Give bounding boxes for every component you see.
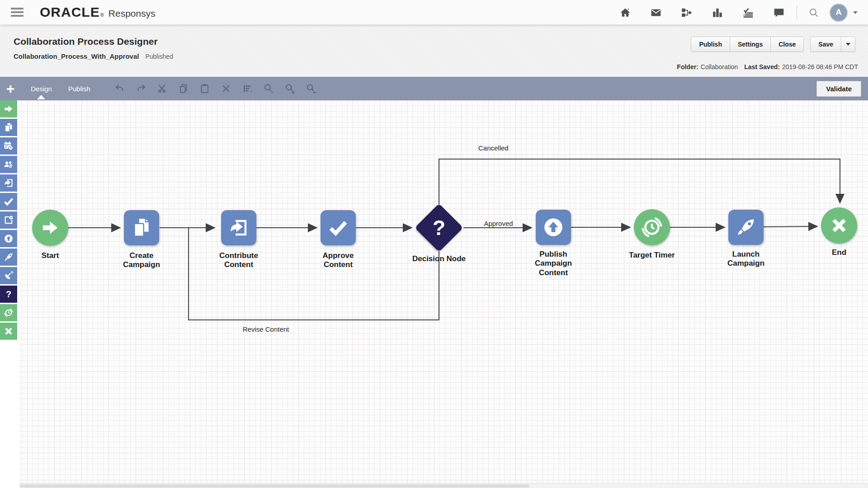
node-label-create-campaign: Create Campaign: [103, 251, 180, 270]
node-end[interactable]: [821, 207, 857, 244]
align-icon[interactable]: [242, 83, 253, 94]
palette-launch-campaign[interactable]: [0, 249, 17, 266]
node-launch-campaign[interactable]: [728, 210, 764, 245]
question-mark-icon: ?: [6, 289, 11, 300]
toolbar-icons: [104, 83, 316, 94]
document-row: Collaboration_Process_With_Approval Publ…: [14, 52, 173, 60]
redo-icon[interactable]: [136, 83, 146, 94]
node-target-timer[interactable]: [634, 209, 670, 245]
action-button-group: Publish Settings Close: [691, 37, 804, 52]
settings-button[interactable]: Settings: [730, 37, 771, 52]
palette-approve-content[interactable]: [0, 193, 17, 210]
oracle-logo: ORACLE: [40, 5, 100, 20]
palette-decision[interactable]: ?: [0, 286, 17, 303]
publish-button[interactable]: Publish: [691, 37, 730, 52]
palette-review-document[interactable]: [0, 211, 17, 229]
program-icon[interactable]: [681, 7, 693, 19]
document-name: Collaboration_Process_With_Approval: [14, 52, 139, 60]
folder-value: Collaboration: [701, 63, 738, 70]
edge-label-approved: Approved: [470, 220, 527, 227]
node-palette: ?: [0, 100, 19, 488]
caret-down-icon: [846, 43, 850, 46]
delete-icon[interactable]: [221, 83, 231, 94]
palette-team-approval[interactable]: [0, 156, 17, 173]
x-icon: [829, 215, 849, 236]
edge-label-cancelled: Cancelled: [478, 144, 509, 152]
avatar[interactable]: A: [830, 4, 848, 22]
zoom-out-icon[interactable]: [306, 83, 316, 94]
last-saved-value: 2019-08-26 08:46 PM CDT: [782, 63, 858, 70]
palette-create-campaign[interactable]: [0, 119, 17, 136]
zoom-in-icon[interactable]: [284, 83, 295, 94]
avatar-caret-icon[interactable]: [853, 11, 858, 14]
save-dropdown-caret[interactable]: [841, 37, 855, 52]
palette-broadcast[interactable]: [0, 267, 17, 284]
rocket-icon: [735, 216, 757, 239]
copy-icon[interactable]: [178, 83, 189, 94]
mail-icon[interactable]: [650, 7, 662, 19]
tab-publish[interactable]: Publish: [66, 78, 92, 99]
arrow-right-icon: [40, 217, 61, 238]
add-node-button[interactable]: +: [5, 83, 16, 94]
node-contribute-content[interactable]: [221, 210, 256, 245]
designer-toolbar: + Design Publish: [0, 77, 868, 100]
app-bar-divider: [797, 6, 797, 19]
validate-button[interactable]: Validate: [816, 81, 861, 97]
timer-icon: [639, 215, 665, 240]
edge-label-revise-content: Revise Content: [230, 325, 302, 333]
active-tab-notch: [37, 95, 45, 99]
avatar-letter: A: [836, 8, 842, 17]
palette-schedule[interactable]: [0, 137, 17, 155]
node-label-approve-content: Approve Content: [300, 251, 377, 270]
node-label-contribute-content: Contribute Content: [200, 251, 277, 270]
chat-icon[interactable]: [773, 7, 785, 19]
node-approve-content[interactable]: [321, 210, 356, 245]
folder-info: Folder:Collaboration Last Saved:2019-08-…: [677, 63, 858, 70]
analytics-icon[interactable]: [712, 7, 723, 19]
registered-mark: ®: [100, 12, 104, 18]
save-button[interactable]: Save: [811, 37, 841, 52]
brand: ORACLE ® Responsys: [40, 5, 156, 20]
node-publish-campaign-content[interactable]: [536, 210, 571, 245]
node-create-campaign[interactable]: [124, 210, 159, 245]
tasks-icon[interactable]: [742, 7, 754, 19]
search-icon[interactable]: [808, 7, 820, 19]
node-start[interactable]: [32, 210, 68, 246]
close-button[interactable]: Close: [771, 37, 803, 52]
app-bar: ORACLE ® Responsys: [0, 0, 868, 25]
design-canvas[interactable]: [0, 100, 868, 488]
palette-publish-content[interactable]: [0, 230, 17, 247]
folder-label: Folder:: [677, 63, 698, 70]
palette-timer[interactable]: [0, 304, 17, 321]
node-label-target-timer: Target Timer: [613, 251, 690, 260]
zoom-select-icon[interactable]: [263, 83, 274, 94]
collaboration-process-designer-app: ORACLE ® Responsys: [0, 0, 868, 488]
palette-start-arrow[interactable]: [0, 100, 17, 117]
page-actions: Publish Settings Close Save: [691, 37, 855, 52]
last-saved-label: Last Saved:: [744, 63, 780, 70]
palette-end[interactable]: [0, 323, 17, 340]
cut-icon[interactable]: [157, 83, 168, 94]
node-label-decision: Decision Node: [401, 254, 477, 263]
product-name: Responsys: [108, 8, 156, 19]
hamburger-menu-icon[interactable]: [11, 8, 24, 17]
home-icon[interactable]: [619, 7, 631, 19]
palette-contribute-content[interactable]: [0, 174, 17, 192]
app-bar-actions: A: [600, 0, 858, 25]
documents-icon: [130, 216, 153, 239]
node-label-publish-campaign-content: Publish Campaign Content: [515, 250, 592, 277]
publish-circle-arrow-icon: [541, 215, 566, 239]
checkmark-icon: [328, 217, 349, 238]
undo-icon[interactable]: [114, 83, 125, 94]
tab-design[interactable]: Design: [29, 78, 54, 99]
contribute-icon: [228, 217, 250, 239]
scrollbar-thumb[interactable]: [20, 484, 529, 488]
node-label-end: End: [801, 248, 868, 257]
horizontal-scrollbar[interactable]: [19, 483, 868, 488]
question-mark-icon: ?: [433, 216, 445, 240]
page-title: Collaboration Process Designer: [14, 36, 158, 47]
paste-icon[interactable]: [199, 83, 210, 94]
save-button-group: Save: [810, 37, 855, 52]
node-label-launch-campaign: Launch Campaign: [708, 250, 784, 268]
page-header: Collaboration Process Designer Collabora…: [0, 25, 868, 77]
